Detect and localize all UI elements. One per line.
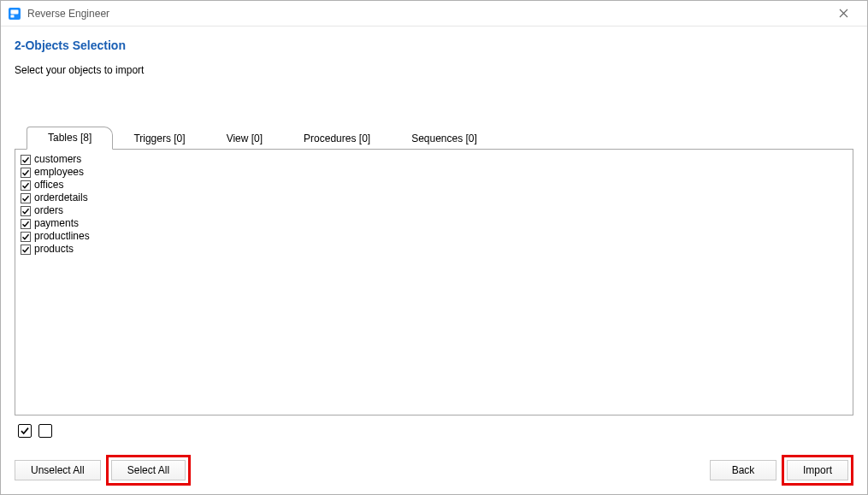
window-title: Reverse Engineer [27, 8, 824, 20]
check-icon [21, 168, 30, 177]
close-button[interactable] [824, 2, 862, 26]
checkbox[interactable] [21, 180, 31, 191]
quick-uncheck-all[interactable] [38, 424, 52, 438]
quick-check-all[interactable] [18, 424, 32, 438]
check-icon [21, 220, 30, 228]
checkbox[interactable] [21, 193, 31, 203]
check-icon [21, 233, 30, 241]
highlight-import: Import [782, 455, 853, 486]
list-item[interactable]: employees [21, 166, 847, 179]
tab-sequences[interactable]: Sequences [0] [391, 128, 498, 150]
checkbox[interactable] [21, 206, 31, 216]
tab-procedures[interactable]: Procedures [0] [283, 128, 391, 150]
button-row: Unselect All Select All Back Import [15, 455, 853, 486]
list-item-label: productlines [34, 230, 90, 243]
checkbox[interactable] [21, 168, 31, 178]
check-icon [21, 156, 30, 164]
list-item[interactable]: offices [21, 179, 847, 192]
svg-rect-1 [11, 9, 19, 14]
list-item-label: customers [34, 153, 81, 166]
list-item[interactable]: customers [21, 153, 847, 166]
check-icon [21, 194, 30, 203]
object-list[interactable]: customersemployeesofficesorderdetailsord… [15, 149, 853, 415]
list-item-label: payments [34, 217, 79, 230]
tab-bar: Tables [8]Triggers [0]View [0]Procedures… [15, 126, 853, 149]
highlight-select-all: Select All [106, 455, 191, 486]
list-item[interactable]: orderdetails [21, 192, 847, 204]
list-item[interactable]: payments [21, 217, 847, 230]
back-button[interactable]: Back [710, 460, 776, 480]
list-item-label: orders [34, 204, 63, 217]
list-item-label: products [34, 243, 74, 256]
list-item-label: offices [34, 179, 63, 192]
list-item[interactable]: products [21, 243, 847, 256]
tab-tables[interactable]: Tables [8] [27, 127, 113, 150]
check-icon [21, 245, 30, 254]
checkbox[interactable] [21, 155, 31, 165]
unselect-all-button[interactable]: Unselect All [15, 460, 101, 480]
wizard-body: 2-Objects Selection Select your objects … [1, 27, 867, 494]
select-all-button[interactable]: Select All [111, 460, 186, 480]
quick-select-row [15, 424, 853, 438]
check-icon [21, 181, 30, 190]
tab-triggers[interactable]: Triggers [0] [113, 128, 205, 150]
checkbox[interactable] [21, 232, 31, 242]
svg-rect-2 [11, 15, 15, 17]
check-icon [20, 426, 30, 436]
close-icon [839, 9, 848, 18]
tab-view[interactable]: View [0] [206, 128, 283, 150]
import-button[interactable]: Import [787, 460, 848, 480]
list-item[interactable]: orders [21, 204, 847, 217]
list-item-label: employees [34, 166, 84, 179]
step-title: 2-Objects Selection [15, 38, 853, 52]
checkbox[interactable] [21, 245, 31, 255]
step-description: Select your objects to import [15, 64, 853, 76]
app-icon [8, 7, 21, 21]
list-item-label: orderdetails [34, 192, 88, 204]
check-icon [21, 207, 30, 215]
list-item[interactable]: productlines [21, 230, 847, 243]
titlebar: Reverse Engineer [1, 1, 867, 27]
checkbox[interactable] [21, 219, 31, 229]
